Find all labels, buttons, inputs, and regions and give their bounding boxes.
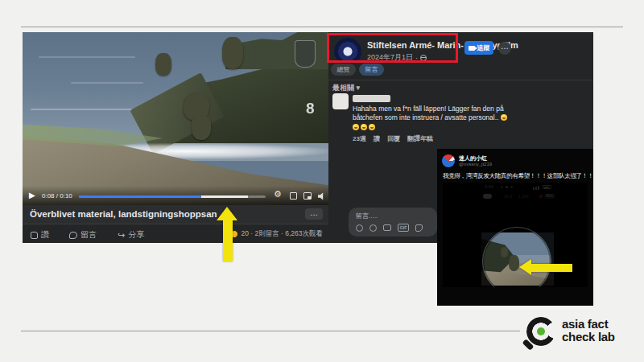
comment-line2: båtchefen som inte instruera / avsatte p… [353, 113, 498, 121]
asia-fact-check-lab-logo: asia fact check lab [520, 314, 633, 354]
wave-streak [31, 109, 143, 110]
comment-composer[interactable]: 留言..... GIF [349, 208, 437, 237]
comment-age: 23週 [353, 134, 366, 143]
logo-line2: check lab [562, 331, 615, 343]
composer-placeholder: 留言..... [356, 212, 378, 220]
video-camera-icon [469, 46, 475, 51]
avatar-sticker-icon[interactable] [356, 224, 363, 232]
comment-reply-link[interactable]: 回覆 [387, 134, 400, 143]
soldier-on-deck [155, 53, 171, 76]
tabs-divider [328, 80, 593, 80]
comment-text: Hahaha men va f*n fäll läppen! Lägger fa… [353, 105, 546, 122]
stats-text: 20 · 2則留言 · 6,263次觀看 [241, 229, 323, 239]
progress-played [79, 195, 201, 198]
bottom-divider-line [21, 331, 520, 331]
video-player: 8 ▶ 0:08 / 0:10 ⚙ Överblivet material, l… [23, 32, 328, 243]
comment-emoji-row [353, 124, 375, 130]
laugh-emoji-icon [353, 124, 359, 130]
panel-more-button[interactable]: … [498, 42, 511, 55]
sweat-smile-emoji-icon [501, 114, 507, 121]
camera-icon[interactable] [383, 224, 391, 231]
comment-label: 留言 [80, 229, 97, 241]
tab-overview[interactable]: 總覽 [331, 64, 356, 76]
commenter-avatar-blurred [332, 93, 349, 109]
annotation-arrow-up [217, 207, 238, 261]
comment-bubble-icon [69, 232, 77, 239]
emoji-icon[interactable] [369, 224, 377, 232]
play-icon[interactable]: ▶ [29, 191, 35, 200]
wave-streak [71, 82, 143, 84]
arrow-shaft [530, 264, 572, 272]
gif-icon[interactable]: GIF [398, 224, 409, 232]
video-frame[interactable]: 8 ▶ 0:08 / 0:10 ⚙ [23, 32, 328, 205]
arrow-head [217, 207, 237, 220]
comment-button[interactable]: 留言 [69, 229, 97, 241]
volume-icon[interactable] [318, 192, 326, 200]
fact-check-card: { "fb": { "author": "Stiftelsen Armé- Ma… [0, 0, 644, 362]
follow-button[interactable]: 追蹤 [464, 41, 493, 55]
soldier-jumping-legs [192, 116, 211, 140]
video-title: Överblivet material, landstigningshoppsa… [30, 209, 217, 219]
tab-comments[interactable]: 留言 [359, 64, 384, 76]
composer-tools: GIF [356, 224, 423, 232]
like-label: 讚 [41, 229, 49, 241]
comment-like-link[interactable]: 讚 [374, 134, 380, 143]
arrow-shaft [223, 220, 233, 261]
share-arrow-icon: ↪ [118, 232, 125, 239]
inset-video-frame[interactable]: 3:43 10.8 1,343 REC [443, 183, 588, 287]
video-more-button[interactable]: … [305, 208, 323, 220]
highlight-red-box [327, 33, 458, 63]
thumb-up-icon [31, 232, 38, 239]
laugh-emoji-icon [369, 124, 375, 130]
inset-repost-screenshot: 迷人的小红 @missny_jt219 我觉得，湾湾反攻大陆真的有希望！！！这部… [437, 149, 593, 306]
logo-line1: asia fact [562, 318, 615, 331]
pip-icon[interactable] [303, 192, 312, 200]
commenter-name-blurred [353, 95, 390, 102]
video-watermark-crest [295, 40, 316, 68]
top-divider-line [21, 27, 623, 27]
comment-translate-link[interactable]: 翻譯年糕 [407, 134, 433, 143]
magnifier-icon [522, 315, 557, 351]
sort-dropdown[interactable]: 最相關 ▾ [332, 83, 360, 93]
playback-time: 0:08 / 0:10 [42, 192, 72, 200]
share-label: 分享 [128, 229, 144, 241]
fullscreen-icon[interactable] [290, 192, 297, 200]
like-button[interactable]: 讚 [31, 229, 49, 241]
post-action-bar: 讚 留言 ↪ 分享 20 · 2則留言 · 6,263次觀看 [23, 224, 328, 243]
inset-user-avatar[interactable] [442, 154, 455, 167]
video-title-bar: Överblivet material, landstigningshoppsa… [23, 205, 328, 224]
settings-gear-icon[interactable]: ⚙ [274, 190, 282, 199]
follow-label: 追蹤 [477, 43, 490, 52]
hull-number: 8 [306, 100, 315, 117]
share-button[interactable]: ↪ 分享 [118, 229, 144, 241]
arrow-head [519, 259, 531, 275]
magnifier-green-dot [537, 327, 545, 335]
inset-user-handle[interactable]: @missny_jt219 [459, 162, 492, 167]
annotation-arrow-left [519, 259, 572, 276]
progress-bar[interactable] [79, 195, 266, 198]
laugh-emoji-icon [361, 124, 367, 130]
sticker-icon[interactable] [415, 224, 423, 232]
inset-post-text: 我觉得，湾湾反攻大陆真的有希望！！！这部队太强了！！！ [443, 172, 591, 180]
comment-meta-row: 23週 讚 回覆 翻譯年糕 [353, 134, 433, 143]
comment-line1: Hahaha men va f*n fäll läppen! Lägger fa… [353, 105, 504, 113]
soldier-on-ramp [222, 37, 243, 69]
progress-buffered [201, 195, 248, 198]
wave-streak [39, 56, 135, 58]
logo-text: asia fact check lab [562, 318, 615, 343]
player-controls: ▶ 0:08 / 0:10 ⚙ [23, 186, 328, 205]
